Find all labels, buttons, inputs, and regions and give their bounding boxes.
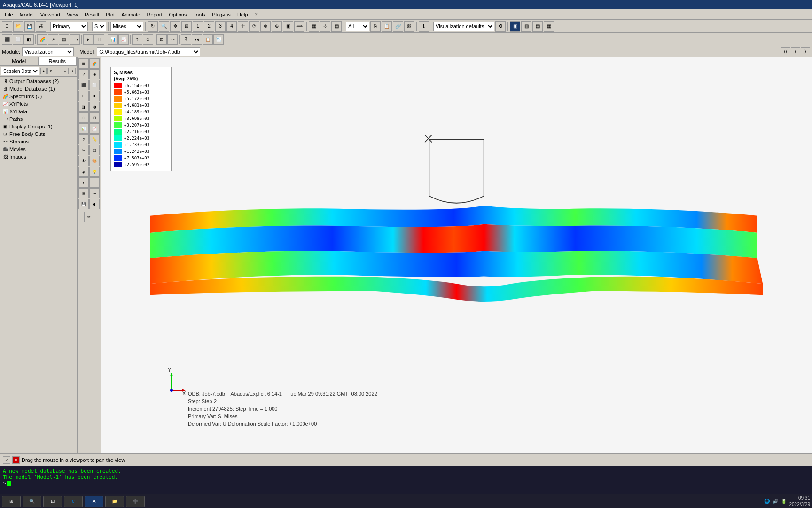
tree-output-dbs[interactable]: 🗄 Output Databases (2) <box>1 78 76 85</box>
menu-viewport[interactable]: Viewport <box>38 11 63 18</box>
nav-prev[interactable]: ⟨ <box>791 47 800 56</box>
menu-report[interactable]: Report <box>144 11 165 18</box>
vp4-btn[interactable]: ▦ <box>544 21 554 32</box>
taskbar-start[interactable]: ⊞ <box>2 496 21 507</box>
vt-anim1-btn[interactable]: ⏵ <box>78 177 89 188</box>
both-btn[interactable]: ◧ <box>23 34 34 45</box>
tab-model[interactable]: Model <box>0 57 39 65</box>
vt-render-btn[interactable]: ◈ <box>78 167 89 177</box>
session-add-btn[interactable]: + <box>55 68 61 74</box>
unlink-btn[interactable]: ⛓ <box>404 21 414 32</box>
vt-symbol-btn[interactable]: ↗ <box>78 69 89 79</box>
zoom3-btn[interactable]: ⊕ <box>272 21 282 32</box>
tree-display-groups[interactable]: ▣ Display Groups (1) <box>1 123 76 130</box>
status-btn-close[interactable]: × <box>12 456 20 464</box>
pan-btn[interactable]: ✥ <box>170 21 180 32</box>
tree-spectrums[interactable]: 🌈 Spectrums (7) <box>1 93 76 100</box>
vt-fill-btn[interactable]: ■ <box>89 91 100 101</box>
session-down-btn[interactable]: ▼ <box>47 68 54 74</box>
free-body-btn[interactable]: ⊡ <box>156 34 167 45</box>
path-btn[interactable]: ⟶ <box>70 34 80 45</box>
legend-btn[interactable]: ▤ <box>331 21 342 32</box>
select2-btn[interactable]: 2 <box>204 21 214 32</box>
select3-btn[interactable]: 3 <box>215 21 226 32</box>
vt-anim2-btn[interactable]: ⏸ <box>89 177 100 188</box>
menu-view[interactable]: View <box>64 11 81 18</box>
vis-settings-btn[interactable]: ⚙ <box>495 21 506 32</box>
open-btn[interactable]: 📂 <box>13 21 23 32</box>
grid-btn[interactable]: ▦ <box>309 21 319 32</box>
vt-edge-btn[interactable]: ⊡ <box>89 112 100 123</box>
step-frame-btn[interactable]: ⏭ <box>192 34 202 45</box>
info-btn[interactable]: ℹ <box>419 21 429 32</box>
vt-cut-btn[interactable]: ◫ <box>89 145 100 155</box>
taskbar-search[interactable]: 🔍 <box>23 496 41 507</box>
taskbar-add[interactable]: ➕ <box>126 496 145 507</box>
vt-free-body-btn[interactable]: ⊞ <box>78 188 89 198</box>
tree-images[interactable]: 🖼 Images <box>1 153 76 160</box>
taskbar-task-view[interactable]: ⊡ <box>43 496 62 507</box>
nav-first[interactable]: ⟨⟨ <box>781 47 790 56</box>
vt-mesh-btn[interactable]: ▦ <box>78 58 89 69</box>
vt-color-btn[interactable]: 🎨 <box>89 156 100 166</box>
menu-model[interactable]: Model <box>17 11 37 18</box>
select4-btn[interactable]: 4 <box>226 21 237 32</box>
vt-measure-btn[interactable]: 📏 <box>89 134 100 144</box>
tree-free-body[interactable]: ⊡ Free Body Cuts <box>1 130 76 138</box>
save-btn[interactable]: 💾 <box>24 21 35 32</box>
tree-xyplots[interactable]: 📈 XYPlots <box>1 100 76 108</box>
taskbar-file[interactable]: 📁 <box>105 496 124 507</box>
vt-display-btn[interactable]: 👁 <box>78 156 89 166</box>
vt-wireframe-btn[interactable]: □ <box>78 91 89 101</box>
axis-btn[interactable]: ⊹ <box>320 21 330 32</box>
probe-btn[interactable]: ⊙ <box>143 34 153 45</box>
animate1-btn[interactable]: ⏵ <box>83 34 94 45</box>
taskbar-edge[interactable]: e <box>64 496 83 507</box>
paste-btn[interactable]: 📋 <box>382 21 392 32</box>
all-select[interactable]: All <box>346 22 369 31</box>
menu-tools[interactable]: Tools <box>190 11 208 18</box>
new-btn[interactable]: 🗋 <box>2 21 12 32</box>
mirror-btn[interactable]: ⟺ <box>294 21 304 32</box>
undeform-btn[interactable]: ⬜ <box>13 34 23 45</box>
vt-orient-btn[interactable]: ⊕ <box>89 69 100 79</box>
tree-streams[interactable]: 〰 Streams <box>1 138 76 145</box>
menu-help[interactable]: Help <box>234 11 251 18</box>
query-btn[interactable]: ? <box>132 34 142 45</box>
primary-select[interactable]: Primary <box>50 22 88 31</box>
vp3-btn[interactable]: ▤ <box>532 21 543 32</box>
history-btn[interactable]: 📉 <box>213 34 224 45</box>
menu-plot[interactable]: Plot <box>103 11 117 18</box>
vt-light-btn[interactable]: 💡 <box>89 167 100 177</box>
taskbar-abaqus[interactable]: A <box>85 496 103 507</box>
vt-shade-btn[interactable]: ◑ <box>89 102 100 112</box>
menu-file[interactable]: File <box>2 11 16 18</box>
zoom-btn[interactable]: 🔍 <box>159 21 169 32</box>
vt-node-btn[interactable]: ⊙ <box>78 112 89 123</box>
module-select[interactable]: Visualization <box>22 47 74 56</box>
cursor-btn[interactable]: ✛ <box>238 21 248 32</box>
status-btn-left[interactable]: ◁ <box>3 456 10 464</box>
nav-next[interactable]: ⟩ <box>801 47 810 56</box>
select1-btn[interactable]: 1 <box>193 21 203 32</box>
session-select[interactable]: Session Data <box>1 67 39 75</box>
vt-record-btn[interactable]: ⏺ <box>89 199 100 209</box>
viewport[interactable]: S, Mises (Avg: 75%) +6.154e+03 +5.663e+0… <box>101 57 812 453</box>
tab-results[interactable]: Results <box>39 57 77 65</box>
field-s-select[interactable]: S <box>92 22 106 31</box>
odb-manager-btn[interactable]: 🗄 <box>181 34 191 45</box>
tree-model-db[interactable]: 🗄 Model Database (1) <box>1 85 76 93</box>
vt-stream2-btn[interactable]: 〜 <box>89 188 100 198</box>
fit-btn[interactable]: ⊞ <box>181 21 192 32</box>
material-btn[interactable]: ▤ <box>59 34 69 45</box>
menu-plugins[interactable]: Plug-ins <box>209 11 234 18</box>
stream-btn[interactable]: 〰 <box>167 34 178 45</box>
symbol-btn[interactable]: ↗ <box>48 34 58 45</box>
vt-xy-btn[interactable]: 📊 <box>78 123 89 134</box>
vt-contour-btn[interactable]: 🌈 <box>89 58 100 69</box>
tree-xydata[interactable]: 📊 XYData <box>1 108 76 115</box>
deform-btn[interactable]: ⬛ <box>2 34 12 45</box>
menu-question[interactable]: ? <box>252 11 260 18</box>
vt-deform-btn[interactable]: ⬛ <box>78 80 89 90</box>
vt-section-btn[interactable]: ✂ <box>78 145 89 155</box>
